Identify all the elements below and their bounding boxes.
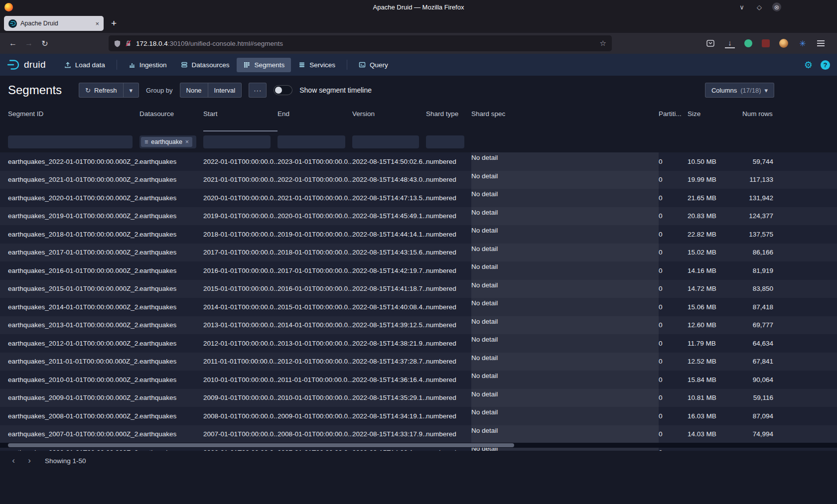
ublock-origin-icon[interactable] — [762, 39, 770, 47]
more-options-button[interactable]: ··· — [249, 83, 267, 98]
cell-segment-id[interactable]: earthquakes_2008-01-01T00:00:00.000Z_2..… — [8, 412, 140, 420]
table-row[interactable]: earthquakes_2019-01-01T00:00:00.000Z_2..… — [0, 207, 837, 226]
services-icon — [298, 61, 305, 68]
nav-item-segments[interactable]: Segments — [237, 58, 291, 72]
header-datasource[interactable]: Datasource — [140, 105, 203, 131]
cell-segment-id[interactable]: earthquakes_2018-01-01T00:00:00.000Z_2..… — [8, 231, 140, 238]
filter-start-input[interactable] — [203, 135, 271, 148]
table-row[interactable]: earthquakes_2017-01-01T00:00:00.000Z_2..… — [0, 244, 837, 262]
cell-shard-spec: No detail — [471, 171, 659, 189]
table-row[interactable]: earthquakes_2011-01-01T00:00:00.000Z_2..… — [0, 353, 837, 371]
columns-button[interactable]: Columns (17/18) ▾ — [705, 83, 774, 98]
help-icon[interactable]: ? — [821, 60, 830, 70]
table-row[interactable]: earthquakes_2015-01-01T00:00:00.000Z_2..… — [0, 280, 837, 298]
cell-segment-id[interactable]: earthquakes_2021-01-01T00:00:00.000Z_2..… — [8, 176, 140, 183]
window-close-icon[interactable]: ⊗ — [772, 2, 781, 11]
header-shard-type[interactable]: Shard type — [426, 105, 471, 131]
datasource-filter-chip[interactable]: ≡ earthquake × — [141, 137, 192, 147]
table-row[interactable]: earthquakes_2010-01-01T00:00:00.000Z_2..… — [0, 371, 837, 389]
shield-icon[interactable] — [114, 40, 121, 47]
extension-blue-icon[interactable]: ✳ — [798, 38, 808, 48]
scrollbar-thumb[interactable] — [8, 443, 514, 447]
pocket-icon[interactable] — [705, 38, 715, 48]
group-by-none-button[interactable]: None — [180, 83, 208, 98]
table-row[interactable]: earthquakes_2014-01-01T00:00:00.000Z_2..… — [0, 298, 837, 316]
nav-item-load-data[interactable]: Load data — [58, 58, 112, 72]
new-tab-button[interactable]: + — [111, 18, 117, 29]
refresh-caret-button[interactable]: ▾ — [124, 83, 140, 98]
cell-segment-id[interactable]: earthquakes_2016-01-01T00:00:00.000Z_2..… — [8, 267, 140, 274]
header-segment-id[interactable]: Segment ID — [8, 105, 140, 131]
cell-segment-id[interactable]: earthquakes_2020-01-01T00:00:00.000Z_2..… — [8, 194, 140, 202]
forward-icon[interactable]: → — [21, 36, 37, 51]
cell-start: 2015-01-01T00:00:00.0... — [203, 285, 278, 292]
table-row[interactable]: earthquakes_2008-01-01T00:00:00.000Z_2..… — [0, 407, 837, 425]
window-maximize-icon[interactable]: ◇ — [755, 2, 764, 11]
browser-tab[interactable]: Apache Druid × — [4, 16, 104, 31]
cell-segment-id[interactable]: earthquakes_2022-01-01T00:00:00.000Z_2..… — [8, 158, 140, 165]
filter-shard-type-input[interactable] — [426, 135, 464, 148]
header-shard-spec[interactable]: Shard spec — [471, 105, 659, 131]
extension-green-icon[interactable] — [744, 39, 752, 47]
header-num-rows[interactable]: Num rows — [742, 105, 785, 131]
nav-item-ingestion[interactable]: Ingestion — [122, 58, 173, 72]
table-row[interactable]: earthquakes_2009-01-01T00:00:00.000Z_2..… — [0, 389, 837, 407]
cell-segment-id[interactable]: earthquakes_2017-01-01T00:00:00.000Z_2..… — [8, 249, 140, 256]
prev-page-icon[interactable]: ‹ — [7, 454, 20, 467]
refresh-button[interactable]: ↻ Refresh — [79, 83, 123, 98]
menu-icon[interactable] — [817, 40, 825, 46]
cell-segment-id[interactable]: earthquakes_2015-01-01T00:00:00.000Z_2..… — [8, 285, 140, 292]
back-icon[interactable]: ← — [5, 36, 21, 51]
filter-datasource-input[interactable]: ≡ earthquake × — [140, 135, 196, 148]
segment-timeline-toggle[interactable] — [274, 85, 292, 95]
tab-close-icon[interactable]: × — [95, 20, 99, 27]
table-row[interactable]: earthquakes_2018-01-01T00:00:00.000Z_2..… — [0, 225, 837, 244]
cell-partition: 0 — [659, 376, 688, 383]
filter-segment-id-input[interactable] — [8, 135, 133, 148]
header-size[interactable]: Size — [688, 105, 742, 131]
bookmark-star-icon[interactable]: ☆ — [600, 39, 606, 48]
cell-start: 2016-01-01T00:00:00.0... — [203, 267, 278, 274]
header-partition[interactable]: Partiti... — [659, 105, 688, 131]
insecure-lock-icon[interactable] — [125, 40, 132, 47]
horizontal-scrollbar[interactable] — [0, 443, 837, 448]
cell-shard-type: numbered — [426, 231, 471, 238]
cell-segment-id[interactable]: earthquakes_2014-01-01T00:00:00.000Z_2..… — [8, 303, 140, 311]
table-row[interactable]: earthquakes_2020-01-01T00:00:00.000Z_2..… — [0, 189, 837, 207]
url-text[interactable]: 172.18.0.4:30109/unified-console.html#se… — [136, 40, 595, 47]
nav-item-query[interactable]: Query — [352, 58, 395, 72]
group-by-interval-button[interactable]: Interval — [208, 83, 242, 98]
url-bar[interactable]: 172.18.0.4:30109/unified-console.html#se… — [109, 35, 612, 51]
table-row[interactable]: earthquakes_2021-01-01T00:00:00.000Z_2..… — [0, 171, 837, 189]
header-version[interactable]: Version — [352, 105, 426, 131]
reload-icon[interactable]: ↻ — [37, 36, 53, 51]
settings-gear-icon[interactable]: ⚙ — [804, 59, 813, 71]
window-minimize-icon[interactable]: ∨ — [737, 2, 746, 11]
cell-segment-id[interactable]: earthquakes_2007-01-01T00:00:00.000Z_2..… — [8, 430, 140, 438]
cell-start: 2021-01-01T00:00:00.0... — [203, 176, 278, 183]
filter-end-input[interactable] — [278, 135, 345, 148]
downloads-icon[interactable]: ↓ — [725, 38, 735, 48]
table-row[interactable]: earthquakes_2022-01-01T00:00:00.000Z_2..… — [0, 152, 837, 171]
table-row[interactable]: earthquakes_2012-01-01T00:00:00.000Z_2..… — [0, 334, 837, 353]
cell-segment-id[interactable]: earthquakes_2006-01-01T00:00:00.000Z_2..… — [8, 449, 140, 451]
druid-mark-icon — [7, 59, 20, 70]
druid-logo[interactable]: druid — [7, 59, 46, 70]
table-row[interactable]: earthquakes_2007-01-01T00:00:00.000Z_2..… — [0, 425, 837, 444]
filter-chip-remove-icon[interactable]: × — [185, 138, 189, 145]
header-start[interactable]: Start — [203, 105, 278, 131]
filter-version-input[interactable] — [352, 135, 419, 148]
table-row[interactable]: earthquakes_2013-01-01T00:00:00.000Z_2..… — [0, 316, 837, 335]
nav-item-services[interactable]: Services — [292, 58, 342, 72]
table-row[interactable]: earthquakes_2016-01-01T00:00:00.000Z_2..… — [0, 261, 837, 280]
cell-segment-id[interactable]: earthquakes_2019-01-01T00:00:00.000Z_2..… — [8, 212, 140, 220]
next-page-icon[interactable]: › — [23, 454, 36, 467]
cell-segment-id[interactable]: earthquakes_2013-01-01T00:00:00.000Z_2..… — [8, 321, 140, 329]
cell-segment-id[interactable]: earthquakes_2012-01-01T00:00:00.000Z_2..… — [8, 340, 140, 347]
cell-segment-id[interactable]: earthquakes_2010-01-01T00:00:00.000Z_2..… — [8, 376, 140, 383]
cell-segment-id[interactable]: earthquakes_2009-01-01T00:00:00.000Z_2..… — [8, 394, 140, 401]
nav-item-datasources[interactable]: Datasources — [174, 58, 236, 72]
cell-segment-id[interactable]: earthquakes_2011-01-01T00:00:00.000Z_2..… — [8, 358, 140, 365]
profile-avatar[interactable] — [779, 39, 788, 48]
header-end[interactable]: End — [278, 105, 352, 131]
